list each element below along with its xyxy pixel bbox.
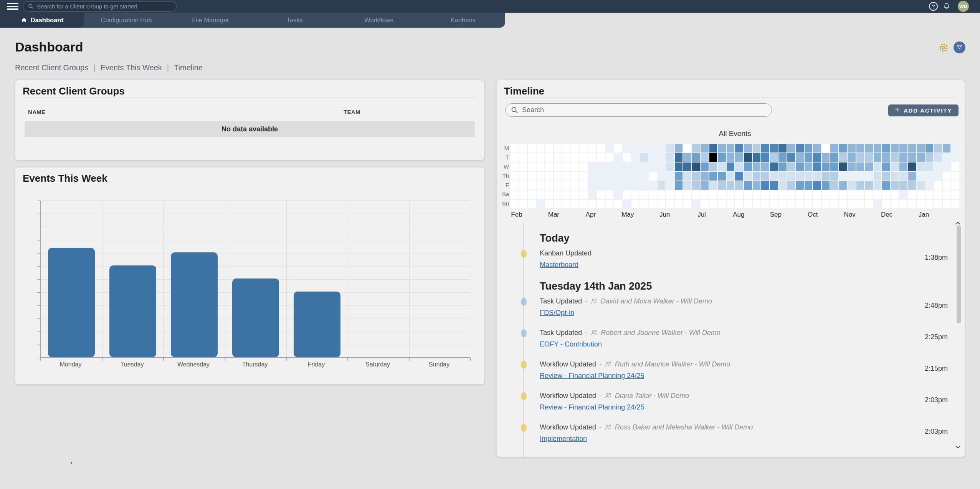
heatmap-cell[interactable] [588, 191, 597, 199]
heatmap-cell[interactable] [545, 191, 553, 199]
heatmap-cell[interactable] [865, 200, 873, 208]
heatmap-cell[interactable] [796, 153, 804, 162]
heatmap-cell[interactable] [891, 144, 899, 153]
heatmap-cell[interactable] [943, 191, 951, 199]
heatmap-cell[interactable] [562, 153, 570, 162]
heatmap-cell[interactable] [675, 181, 683, 190]
heatmap-cell[interactable] [830, 191, 838, 199]
heatmap-cell[interactable] [666, 162, 674, 171]
heatmap-cell[interactable] [571, 162, 579, 171]
heatmap-cell[interactable] [839, 181, 847, 190]
heatmap-cell[interactable] [614, 200, 622, 208]
heatmap-cell[interactable] [848, 172, 856, 180]
tab-workflows[interactable]: Workflows [337, 13, 421, 28]
heatmap-cell[interactable] [839, 162, 847, 171]
heatmap-cell[interactable] [830, 153, 838, 162]
heatmap-cell[interactable] [511, 200, 519, 208]
bell-icon[interactable] [942, 2, 951, 11]
heatmap-cell[interactable] [805, 200, 813, 208]
heatmap-cell[interactable] [528, 153, 536, 162]
heatmap-cell[interactable] [770, 172, 778, 180]
heatmap-cell[interactable] [874, 191, 882, 199]
heatmap-cell[interactable] [874, 153, 882, 162]
heatmap-cell[interactable] [554, 191, 562, 199]
heatmap-cell[interactable] [882, 200, 890, 208]
heatmap-cell[interactable] [787, 200, 795, 208]
heatmap-cell[interactable] [692, 181, 700, 190]
heatmap-cell[interactable] [649, 162, 657, 171]
heatmap-cell[interactable] [830, 181, 838, 190]
heatmap-cell[interactable] [735, 191, 743, 199]
heatmap-cell[interactable] [813, 153, 821, 162]
heatmap-cell[interactable] [709, 162, 717, 171]
heatmap-cell[interactable] [528, 162, 536, 171]
heatmap-cell[interactable] [537, 153, 545, 162]
heatmap-cell[interactable] [606, 162, 614, 171]
heatmap-cell[interactable] [511, 153, 519, 162]
breadcrumb-link-events-this-week[interactable]: Events This Week [100, 63, 162, 72]
heatmap-cell[interactable] [796, 172, 804, 180]
heatmap-cell[interactable] [891, 172, 899, 180]
heatmap-cell[interactable] [537, 144, 545, 153]
heatmap-cell[interactable] [683, 181, 691, 190]
heatmap-cell[interactable] [606, 191, 614, 199]
heatmap-cell[interactable] [571, 153, 579, 162]
heatmap-cell[interactable] [683, 153, 691, 162]
heatmap-cell[interactable] [770, 191, 778, 199]
heatmap-cell[interactable] [848, 162, 856, 171]
heatmap-cell[interactable] [951, 200, 959, 208]
global-search-input[interactable] [37, 3, 172, 10]
heatmap-cell[interactable] [562, 162, 570, 171]
heatmap-cell[interactable] [917, 162, 925, 171]
heatmap-cell[interactable] [519, 191, 527, 199]
heatmap-cell[interactable] [571, 144, 579, 153]
heatmap-cell[interactable] [805, 162, 813, 171]
heatmap-cell[interactable] [658, 153, 666, 162]
heatmap-cell[interactable] [787, 172, 795, 180]
heatmap-cell[interactable] [899, 144, 907, 153]
heatmap-cell[interactable] [606, 181, 614, 190]
heatmap-cell[interactable] [787, 162, 795, 171]
heatmap-cell[interactable] [917, 172, 925, 180]
heatmap-cell[interactable] [778, 162, 787, 171]
heatmap-cell[interactable] [554, 153, 562, 162]
heatmap-cell[interactable] [718, 191, 726, 199]
heatmap-cell[interactable] [588, 200, 597, 208]
heatmap-cell[interactable] [623, 172, 631, 180]
heatmap-cell[interactable] [562, 181, 570, 190]
heatmap-cell[interactable] [865, 144, 873, 153]
heatmap-cell[interactable] [925, 191, 934, 199]
heatmap-cell[interactable] [597, 181, 605, 190]
heatmap-cell[interactable] [744, 200, 752, 208]
heatmap-cell[interactable] [822, 153, 830, 162]
avatar[interactable]: WD [958, 1, 969, 12]
heatmap-cell[interactable] [718, 144, 726, 153]
heatmap-cell[interactable] [934, 181, 942, 190]
heatmap-cell[interactable] [805, 172, 813, 180]
heatmap-cell[interactable] [805, 153, 813, 162]
heatmap-cell[interactable] [874, 200, 882, 208]
heatmap-cell[interactable] [787, 181, 795, 190]
heatmap-cell[interactable] [692, 172, 700, 180]
heatmap-cell[interactable] [917, 181, 925, 190]
heatmap-cell[interactable] [848, 144, 856, 153]
heatmap-cell[interactable] [925, 144, 934, 153]
heatmap-cell[interactable] [874, 144, 882, 153]
heatmap-cell[interactable] [778, 172, 787, 180]
heatmap-cell[interactable] [882, 181, 890, 190]
heatmap-cell[interactable] [761, 172, 769, 180]
heatmap-cell[interactable] [554, 162, 562, 171]
heatmap-cell[interactable] [934, 144, 942, 153]
help-icon[interactable]: ? [929, 2, 938, 11]
heatmap-cell[interactable] [908, 200, 916, 208]
heatmap-cell[interactable] [658, 191, 666, 199]
heatmap-cell[interactable] [934, 172, 942, 180]
heatmap-cell[interactable] [908, 153, 916, 162]
heatmap-cell[interactable] [528, 172, 536, 180]
heatmap-cell[interactable] [917, 191, 925, 199]
heatmap-cell[interactable] [865, 153, 873, 162]
heatmap-cell[interactable] [778, 153, 787, 162]
heatmap-cell[interactable] [545, 181, 553, 190]
heatmap-cell[interactable] [848, 191, 856, 199]
heatmap-cell[interactable] [770, 153, 778, 162]
